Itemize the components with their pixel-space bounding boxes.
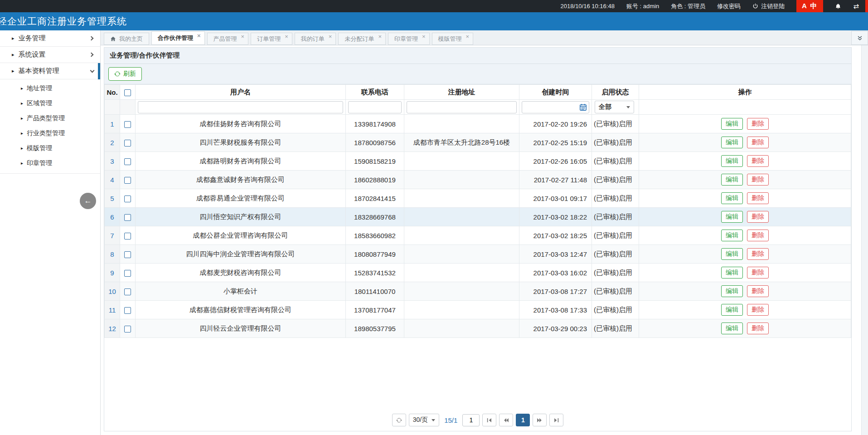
page-size-select[interactable]: 30/页 bbox=[409, 414, 439, 426]
delete-button[interactable]: 删除 bbox=[747, 118, 769, 130]
edit-button[interactable]: 编辑 bbox=[721, 174, 743, 186]
tab-close-icon[interactable]: × bbox=[329, 33, 332, 40]
delete-button[interactable]: 删除 bbox=[747, 155, 769, 167]
sidebar-item-1[interactable]: ▸ 系统设置 bbox=[0, 47, 100, 63]
swap-arrows-icon[interactable]: ⇄ bbox=[853, 2, 859, 10]
edit-button[interactable]: 编辑 bbox=[721, 230, 743, 241]
logout-link[interactable]: 注销登陆 bbox=[752, 2, 785, 10]
tab-7[interactable]: 模版管理 × bbox=[432, 33, 474, 45]
tab-close-icon[interactable]: × bbox=[241, 33, 245, 40]
sidebar: ▸ 业务管理 ▸ 系统设置 ▸ 基本资料管理 ▸ 地址管理 ▸ 区域管理 ▸ 产… bbox=[0, 30, 101, 435]
delete-button[interactable]: 删除 bbox=[747, 248, 769, 260]
sidebar-item-0[interactable]: ▸ 业务管理 bbox=[0, 30, 100, 47]
row-checkbox[interactable] bbox=[124, 196, 131, 202]
cell-status: (已审核)启用 bbox=[592, 245, 639, 264]
column-header-phone: 联系电话 bbox=[346, 85, 404, 100]
sidebar-subitem-4[interactable]: ▸ 模版管理 bbox=[0, 141, 100, 156]
delete-button[interactable]: 删除 bbox=[747, 137, 769, 148]
page-number-input[interactable] bbox=[462, 414, 480, 426]
cell-created: 2017-02-27 11:48 bbox=[519, 171, 592, 189]
edit-button[interactable]: 编辑 bbox=[721, 323, 743, 334]
tab-0[interactable]: 我的主页 bbox=[104, 33, 149, 45]
edit-button[interactable]: 编辑 bbox=[721, 248, 743, 260]
tab-3[interactable]: 订单管理 × bbox=[251, 33, 292, 45]
delete-button[interactable]: 删除 bbox=[747, 211, 769, 223]
sidebar-subitem-5[interactable]: ▸ 印章管理 bbox=[0, 156, 100, 171]
partners-table: No. 用户名 联系电话 注册地址 创建时间 启用状态 操作 bbox=[104, 84, 851, 338]
bell-icon[interactable] bbox=[835, 3, 841, 10]
row-checkbox[interactable] bbox=[124, 214, 131, 221]
edit-button[interactable]: 编辑 bbox=[721, 192, 743, 204]
cell-phone: 18602888019 bbox=[346, 171, 404, 189]
tab-6[interactable]: 印章管理 × bbox=[388, 33, 430, 45]
edit-button[interactable]: 编辑 bbox=[721, 285, 743, 297]
delete-button[interactable]: 删除 bbox=[747, 323, 769, 334]
edit-button[interactable]: 编辑 bbox=[721, 137, 743, 148]
tab-1[interactable]: 合作伙伴管理 × bbox=[151, 31, 205, 45]
scrollbar-track[interactable] bbox=[861, 45, 868, 435]
filter-address-input[interactable] bbox=[407, 101, 517, 113]
first-page-button[interactable] bbox=[482, 414, 496, 426]
tab-overflow-button[interactable] bbox=[851, 31, 868, 45]
filter-phone-input[interactable] bbox=[348, 101, 402, 113]
tab-close-icon[interactable]: × bbox=[378, 33, 382, 40]
tab-close-icon[interactable]: × bbox=[285, 33, 288, 40]
select-all-checkbox[interactable] bbox=[124, 89, 131, 96]
row-checkbox[interactable] bbox=[124, 326, 131, 332]
delete-button[interactable]: 删除 bbox=[747, 174, 769, 186]
refresh-button[interactable]: 刷新 bbox=[108, 67, 142, 81]
tab-5[interactable]: 未分配订单 × bbox=[338, 33, 386, 45]
filter-username-input[interactable] bbox=[138, 101, 343, 113]
next-page-button[interactable] bbox=[533, 414, 547, 426]
prev-page-button[interactable] bbox=[499, 414, 513, 426]
edit-button[interactable]: 编辑 bbox=[721, 304, 743, 316]
delete-button[interactable]: 删除 bbox=[747, 230, 769, 241]
edit-button[interactable]: 编辑 bbox=[721, 155, 743, 167]
row-checkbox[interactable] bbox=[124, 307, 131, 314]
tab-close-icon[interactable]: × bbox=[422, 33, 426, 40]
edit-button[interactable]: 编辑 bbox=[721, 211, 743, 223]
edit-button[interactable]: 编辑 bbox=[721, 118, 743, 130]
delete-button[interactable]: 删除 bbox=[747, 267, 769, 279]
row-number: 5 bbox=[105, 189, 120, 208]
topbar-edge-accent bbox=[865, 0, 868, 12]
row-checkbox[interactable] bbox=[124, 288, 131, 295]
row-checkbox[interactable] bbox=[124, 158, 131, 165]
sidebar-subitem-2[interactable]: ▸ 产品类型管理 bbox=[0, 111, 100, 126]
sidebar-subitem-3[interactable]: ▸ 行业类型管理 bbox=[0, 126, 100, 141]
row-checkbox[interactable] bbox=[124, 251, 131, 258]
calendar-icon[interactable] bbox=[579, 103, 587, 111]
delete-button[interactable]: 删除 bbox=[747, 304, 769, 316]
cell-address bbox=[404, 189, 519, 208]
row-checkbox[interactable] bbox=[124, 177, 131, 184]
row-checkbox[interactable] bbox=[124, 140, 131, 147]
row-checkbox[interactable] bbox=[124, 270, 131, 277]
edit-button[interactable]: 编辑 bbox=[721, 267, 743, 279]
cell-phone: 18780098756 bbox=[346, 133, 404, 152]
double-chevron-down-icon bbox=[857, 35, 863, 41]
current-page-button[interactable]: 1 bbox=[516, 414, 530, 426]
delete-button[interactable]: 删除 bbox=[747, 192, 769, 204]
sidebar-subitem-1[interactable]: ▸ 区域管理 bbox=[0, 96, 100, 111]
delete-button[interactable]: 删除 bbox=[747, 285, 769, 297]
change-password-link[interactable]: 修改密码 bbox=[717, 2, 741, 10]
triangle-right-icon: ▸ bbox=[21, 146, 23, 151]
row-checkbox[interactable] bbox=[124, 233, 131, 239]
cell-address bbox=[404, 152, 519, 171]
row-checkbox[interactable] bbox=[124, 121, 131, 128]
filter-status-select[interactable]: 全部 bbox=[595, 101, 634, 113]
tab-2[interactable]: 产品管理 × bbox=[207, 33, 249, 45]
cell-status: (已审核)启用 bbox=[592, 208, 639, 226]
last-page-button[interactable] bbox=[549, 414, 563, 426]
topbar-datetime: 2018/10/16 10:16:48 bbox=[561, 3, 615, 10]
collapse-sidebar-button[interactable]: ← bbox=[80, 193, 96, 209]
pagination-refresh-button[interactable] bbox=[392, 414, 406, 426]
sidebar-item-2[interactable]: ▸ 基本资料管理 bbox=[0, 63, 100, 79]
tab-close-icon[interactable]: × bbox=[197, 32, 201, 39]
home-icon bbox=[110, 36, 116, 42]
tab-4[interactable]: 我的订单 × bbox=[295, 33, 336, 45]
tab-close-icon[interactable]: × bbox=[466, 33, 470, 40]
triangle-right-icon: ▸ bbox=[12, 68, 15, 74]
sidebar-subitem-0[interactable]: ▸ 地址管理 bbox=[0, 81, 100, 96]
language-badge[interactable]: A 中 bbox=[796, 0, 823, 12]
